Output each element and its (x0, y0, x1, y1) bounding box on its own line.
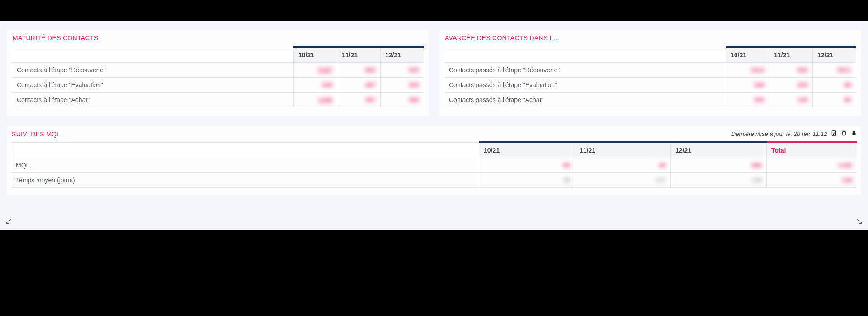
table-row: Contacts à l'étape "Achat" 1165 387 380 (12, 93, 424, 107)
row-label: Contacts passés à l'étape "Evaluation" (444, 78, 726, 93)
col-header: 10/21 (726, 47, 769, 63)
table-row: Contacts à l'étape "Découverte" 5187 882… (12, 63, 424, 78)
row-label: Temps moyen (jours) (11, 173, 479, 188)
table-maturite: 10/21 11/21 12/21 Contacts à l'étape "Dé… (12, 46, 424, 107)
cell[interactable]: 1165 (294, 93, 337, 107)
row-label: MQL (11, 158, 479, 173)
cell[interactable]: 386 (671, 158, 767, 173)
row-label: Contacts à l'étape "Achat" (12, 93, 294, 107)
resize-handle-right-icon[interactable] (856, 218, 863, 227)
cell-total[interactable]: 138 (767, 173, 857, 188)
table-row: Temps moyen (jours) 48 107 138 138 (11, 173, 857, 188)
cell[interactable]: 1810 (726, 63, 769, 78)
suivi-header: SUIVI DES MQL Dernière mise à jour le: 2… (11, 130, 857, 138)
table-row: Contacts passés à l'étape "Achat" 350 12… (444, 93, 856, 107)
cell[interactable]: 60 (575, 158, 671, 173)
cell[interactable]: 5187 (294, 63, 337, 78)
table-row: Contacts passés à l'étape "Découverte" 1… (444, 63, 856, 78)
col-header: 12/21 (671, 142, 767, 158)
panel-title-maturite: MATURITÉ DES CONTACTS (12, 34, 424, 42)
col-header: 10/21 (294, 47, 337, 63)
cell[interactable]: 120 (769, 93, 813, 107)
panel-suivi-mql: SUIVI DES MQL Dernière mise à jour le: 2… (7, 126, 861, 195)
cell[interactable]: 683 (769, 63, 813, 78)
panel-title-suivi: SUIVI DES MQL (11, 130, 60, 138)
resize-handle-left-icon[interactable] (5, 218, 12, 227)
cell[interactable]: 3811 (813, 63, 856, 78)
table-suivi: 10/21 11/21 12/21 Total MQL 85 60 386 11… (11, 141, 857, 188)
row-label: Contacts passés à l'étape "Achat" (444, 93, 726, 107)
cell[interactable]: 138 (671, 173, 767, 188)
cell[interactable]: 380 (381, 93, 424, 107)
col-header: 12/21 (381, 47, 424, 63)
cell[interactable]: 107 (575, 173, 671, 188)
table-corner (444, 47, 726, 63)
export-icon[interactable] (831, 130, 837, 138)
top-row: MATURITÉ DES CONTACTS 10/21 11/21 12/21 … (7, 30, 861, 116)
cell[interactable]: 348 (726, 78, 769, 93)
table-corner (12, 47, 294, 63)
panel-avancee: AVANCÉE DES CONTACTS DANS L... 10/21 11/… (439, 30, 861, 116)
dashboard-canvas: MATURITÉ DES CONTACTS 10/21 11/21 12/21 … (0, 21, 868, 230)
cell[interactable]: 438 (294, 78, 337, 93)
cell-total[interactable]: 1192 (767, 158, 857, 173)
cell[interactable]: 487 (337, 78, 381, 93)
panel-maturite: MATURITÉ DES CONTACTS 10/21 11/21 12/21 … (7, 30, 429, 116)
table-corner (11, 142, 479, 158)
col-header: 10/21 (479, 142, 575, 158)
col-header: 12/21 (813, 47, 856, 63)
table-avancee: 10/21 11/21 12/21 Contacts passés à l'ét… (444, 46, 856, 107)
cell[interactable]: 85 (479, 158, 575, 173)
cell[interactable]: 882 (337, 63, 381, 78)
cell[interactable]: 387 (337, 93, 381, 107)
cell[interactable]: 350 (726, 93, 769, 107)
cell[interactable]: 300 (381, 78, 424, 93)
cell[interactable]: 204 (769, 78, 813, 93)
cell[interactable]: 48 (479, 173, 575, 188)
last-update-text: Dernière mise à jour le: 28 fév. 11:12 (731, 130, 827, 137)
row-label: Contacts passés à l'étape "Découverte" (444, 63, 726, 78)
col-header: 11/21 (769, 47, 813, 63)
trash-icon[interactable] (841, 130, 847, 138)
cell[interactable]: 80 (813, 93, 856, 107)
suivi-meta: Dernière mise à jour le: 28 fév. 11:12 (731, 130, 857, 138)
col-header-total: Total (767, 142, 857, 158)
col-header: 11/21 (575, 142, 671, 158)
table-row: Contacts à l'étape "Evaluation" 438 487 … (12, 78, 424, 93)
table-row: Contacts passés à l'étape "Evaluation" 3… (444, 78, 856, 93)
col-header: 11/21 (337, 47, 381, 63)
lock-icon[interactable] (851, 130, 857, 138)
row-label: Contacts à l'étape "Découverte" (12, 63, 294, 78)
row-label: Contacts à l'étape "Evaluation" (12, 78, 294, 93)
panel-title-avancee: AVANCÉE DES CONTACTS DANS L... (444, 34, 856, 42)
cell[interactable]: 88 (813, 78, 856, 93)
cell[interactable]: 500 (381, 63, 424, 78)
table-row: MQL 85 60 386 1192 (11, 158, 857, 173)
